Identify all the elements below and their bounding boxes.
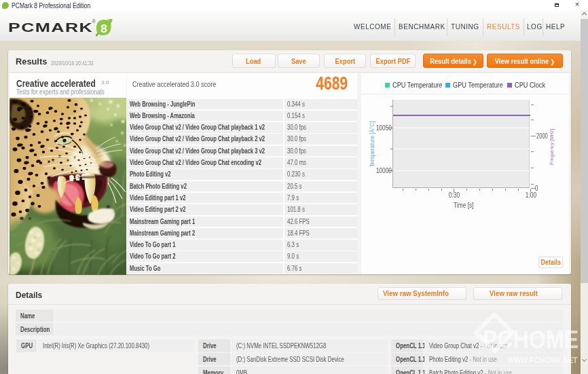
svg-text:8: 8 [100,22,107,35]
